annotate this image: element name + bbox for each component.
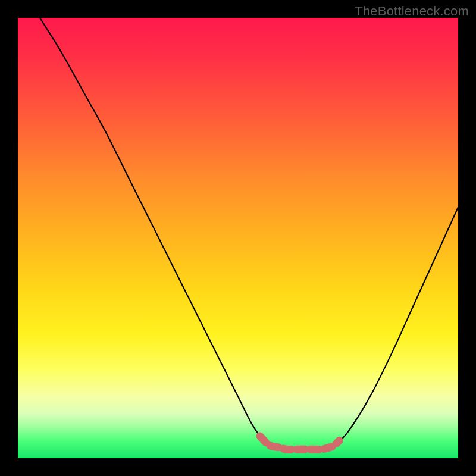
highlight-dots (260, 436, 339, 449)
chart-frame: TheBottleneck.com (0, 0, 476, 476)
curve-left (40, 18, 269, 445)
plot-area (18, 18, 458, 458)
watermark-text: TheBottleneck.com (355, 4, 469, 19)
curve-right (335, 207, 458, 445)
chart-svg (18, 18, 458, 458)
highlight-stroke (260, 436, 339, 449)
